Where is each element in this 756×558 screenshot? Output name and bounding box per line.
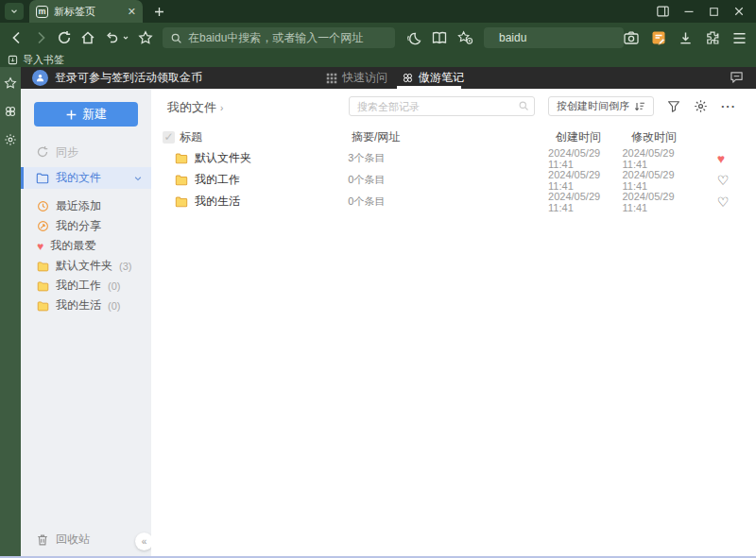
new-note-button[interactable]: 新建 [34,102,138,127]
tab-quick-access[interactable]: 快速访问 [326,67,387,89]
filter-funnel-icon[interactable] [667,100,680,113]
chevron-down-icon[interactable] [133,174,143,183]
header-summary[interactable]: 摘要/网址 [352,129,556,145]
feedback-bubble-icon[interactable] [730,71,744,84]
breadcrumb-label: 我的文件 [167,99,216,116]
row-summary: 0个条目 [348,194,548,209]
search-icon [170,32,182,44]
extensions-icon[interactable] [705,30,720,45]
window-controls [657,6,756,17]
notes-icon[interactable] [651,30,666,45]
menu-icon[interactable] [732,32,747,44]
maxthon-logo-icon: m [36,6,48,18]
user-icon [35,73,45,83]
row-title: 我的工作 [195,172,240,188]
trash-icon [36,533,49,547]
app-header: 登录可参与签到活动领取金币 快速访问 傲游笔记 [21,67,756,89]
forward-icon[interactable] [33,30,48,45]
main-area: 登录可参与签到活动领取金币 快速访问 傲游笔记 [0,67,756,558]
tab-quick-access-label: 快速访问 [342,70,387,86]
favorite-toggle[interactable]: ♥ [717,151,725,166]
row-created: 2024/05/29 11:41 [548,147,622,170]
import-bookmarks-button[interactable]: 导入书签 [23,53,64,67]
share-icon [37,220,49,232]
sidebar-item-label: 默认文件夹 [56,258,112,274]
favorite-toggle[interactable]: ♡ [717,194,730,210]
tab-close-icon[interactable]: ✕ [128,7,136,17]
select-all-checkbox[interactable]: ✓ [163,131,175,144]
tab-list-button[interactable] [5,3,24,20]
sidebar-item-my-files[interactable]: 我的文件 [21,167,151,189]
folder-icon [175,195,188,208]
favorites-manager-icon[interactable] [457,30,473,45]
new-note-label: 新建 [82,106,107,123]
sidebar-item-shares[interactable]: 我的分享 [21,216,151,236]
favorite-toggle[interactable]: ♡ [717,173,730,188]
view-settings-gear-icon[interactable] [694,99,708,113]
table-row[interactable]: 我的生活 0个条目 2024/05/29 11:41 2024/05/29 11… [151,191,756,212]
search-icon [518,100,529,111]
sidebar-item-trash[interactable]: 回收站 [36,532,90,548]
collapse-icon: « [142,536,147,547]
close-icon[interactable] [733,6,745,17]
sidebar-item-life-folder[interactable]: 我的生活 (0) [21,296,151,315]
home-icon[interactable] [80,30,95,45]
window-layout-icon[interactable] [657,6,669,17]
toolbar-right-icons [624,30,747,45]
table-row[interactable]: 我的工作 0个条目 2024/05/29 11:41 2024/05/29 11… [151,169,756,191]
header-created[interactable]: 创建时间 [556,129,631,145]
row-title: 我的生活 [195,194,240,210]
night-mode-icon[interactable] [405,31,421,45]
reading-mode-icon[interactable] [432,31,447,44]
undo-menu-caret-icon[interactable] [122,34,129,42]
download-icon[interactable] [679,31,693,45]
row-summary: 3个条目 [348,151,548,165]
title-bar: m 新标签页 ✕ [0,0,756,23]
address-input[interactable] [188,31,387,44]
avatar[interactable] [32,70,48,86]
chevron-down-icon [9,7,19,16]
folder-icon [175,152,188,164]
maximize-icon[interactable] [709,7,719,17]
content-controls: 按创建时间倒序 ··· [349,96,736,116]
item-count: (3) [119,261,131,272]
browser-tab[interactable]: m 新标签页 ✕ [29,0,143,23]
table-header: ✓ 标题 摘要/网址 创建时间 修改时间 [151,127,756,147]
login-banner[interactable]: 登录可参与签到活动领取金币 [55,70,202,86]
workspace: 新建 同步 我的文件 最近添加 [21,89,756,558]
address-bar[interactable] [163,27,395,48]
more-options-icon[interactable]: ··· [721,102,736,111]
row-created: 2024/05/29 11:41 [548,191,622,213]
sidebar-item-label: 我的最爱 [50,238,95,254]
back-icon[interactable] [9,30,25,45]
sort-desc-icon [634,101,645,112]
sidebar-item-recent[interactable]: 最近添加 [21,196,151,216]
header-modified[interactable]: 修改时间 [631,129,711,145]
row-modified: 2024/05/29 11:41 [622,147,699,170]
settings-gear-icon[interactable] [4,133,17,146]
notes-sidebar: 新建 同步 我的文件 最近添加 [21,89,151,558]
folder-icon [37,280,49,292]
refresh-icon[interactable] [57,30,72,45]
sidebar-item-favorites[interactable]: ♥ 我的最爱 [21,236,151,256]
sort-order-button[interactable]: 按创建时间倒序 [548,96,654,116]
search-engine-box[interactable] [484,27,624,48]
header-title[interactable]: 标题 [180,129,352,145]
favorites-star-icon[interactable] [4,76,17,90]
table-row[interactable]: 默认文件夹 3个条目 2024/05/29 11:41 2024/05/29 1… [151,147,756,169]
sync-button[interactable]: 同步 [21,142,151,162]
undo-icon[interactable] [104,30,119,45]
breadcrumb[interactable]: 我的文件 › [167,99,223,116]
maxnote-app-icon[interactable] [4,105,17,118]
screenshot-camera-icon[interactable] [624,31,639,44]
folder-icon [37,300,49,312]
minimize-icon[interactable] [683,6,695,17]
new-tab-button[interactable] [153,6,165,18]
sidebar-item-default-folder[interactable]: 默认文件夹 (3) [21,256,151,276]
favorite-star-icon[interactable] [138,30,153,45]
sidebar-item-work-folder[interactable]: 我的工作 (0) [21,276,151,296]
navigation-toolbar [0,23,756,53]
notes-search[interactable] [349,96,535,116]
notes-search-input[interactable] [349,96,535,116]
row-created: 2024/05/29 11:41 [548,169,622,192]
